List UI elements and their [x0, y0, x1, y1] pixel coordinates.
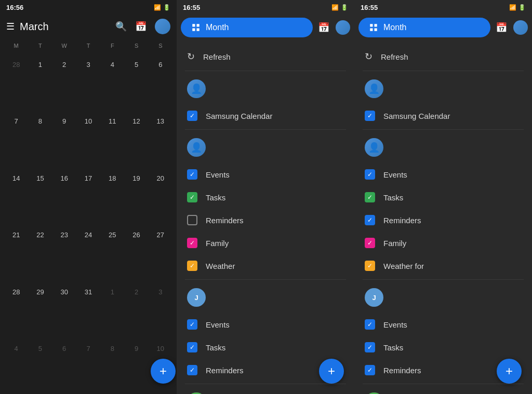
cal-day-10-next[interactable]: 10: [157, 337, 164, 360]
j-events-checkbox-2[interactable]: ✓: [365, 319, 375, 330]
j-events-label-1: Events: [206, 320, 230, 329]
family-item-2[interactable]: ✓ Family: [354, 232, 532, 254]
divider-2b: [363, 129, 524, 130]
user-avatar-m1[interactable]: [336, 20, 350, 35]
j-tasks-item-1[interactable]: ✓ Tasks: [177, 336, 354, 359]
cal-day-21[interactable]: 21: [12, 224, 20, 247]
cal-day-2[interactable]: 2: [62, 53, 66, 76]
cal-day-12[interactable]: 12: [132, 110, 140, 133]
j-events-item-2[interactable]: ✓ Events: [354, 313, 532, 336]
j-events-checkbox-1[interactable]: ✓: [187, 319, 197, 330]
hamburger-icon[interactable]: ☰: [6, 21, 15, 32]
refresh-item-1[interactable]: ↻ Refresh: [177, 45, 354, 69]
cal-day-wrapper: 1: [28, 53, 52, 76]
reminders-item-2[interactable]: ✓ Reminders: [354, 209, 532, 232]
weather-item-2[interactable]: ✓ Weather for: [354, 254, 532, 277]
samsung-calendar-item-2[interactable]: ✓ Samsung Calendar: [354, 104, 532, 127]
divider-1b: [185, 129, 346, 130]
j-events-item-1[interactable]: ✓ Events: [177, 313, 354, 336]
j-tasks-checkbox-2[interactable]: ✓: [365, 342, 375, 352]
events-item-2[interactable]: ✓ Events: [354, 163, 532, 186]
calendar-icon-m1[interactable]: 📅: [318, 22, 329, 33]
tasks-item-2[interactable]: ✓ Tasks: [354, 186, 532, 209]
user-avatar[interactable]: [155, 19, 170, 34]
cal-day-20[interactable]: 20: [157, 167, 164, 189]
events-checkbox-2[interactable]: ✓: [365, 169, 375, 180]
cal-day-5-next[interactable]: 5: [38, 337, 42, 360]
events-checkbox-1[interactable]: ✓: [187, 169, 197, 180]
cal-day-23[interactable]: 23: [60, 224, 68, 247]
month-view-button-1[interactable]: Month: [181, 18, 313, 37]
weather-item-1[interactable]: ✓ Weather: [177, 254, 354, 277]
cal-day-3-next[interactable]: 3: [158, 280, 162, 303]
reminders-item-1[interactable]: Reminders: [177, 209, 354, 232]
cal-day-22[interactable]: 22: [36, 224, 44, 247]
cal-day-17[interactable]: 17: [85, 167, 92, 189]
reminders-checkbox-2[interactable]: ✓: [365, 215, 375, 225]
calendar-icon-m2[interactable]: 📅: [496, 22, 507, 33]
tasks-item-1[interactable]: ✓ Tasks: [177, 186, 354, 209]
user-avatar-m2[interactable]: [513, 20, 528, 35]
cal-day-8-next[interactable]: 8: [111, 337, 114, 360]
cal-day-wrapper: 2: [52, 53, 76, 76]
search-icon[interactable]: 🔍: [115, 21, 127, 32]
cal-day-9[interactable]: 9: [62, 110, 66, 133]
month-view-button-2[interactable]: Month: [358, 18, 490, 37]
menu-header-1: Month 📅: [177, 15, 354, 40]
j-reminders-checkbox-2[interactable]: ✓: [365, 365, 375, 375]
refresh-item-2[interactable]: ↻ Refresh: [354, 45, 532, 69]
tasks-checkbox-1[interactable]: ✓: [187, 192, 197, 202]
j-reminders-checkbox-1[interactable]: ✓: [187, 365, 197, 375]
j-reminders-item-1[interactable]: ✓ Reminders: [177, 359, 354, 382]
cal-day-24[interactable]: 24: [85, 224, 92, 247]
cal-day-8[interactable]: 8: [38, 110, 42, 133]
cal-day-15[interactable]: 15: [36, 167, 44, 189]
cal-day-2-next[interactable]: 2: [135, 280, 138, 303]
j-tasks-checkbox-1[interactable]: ✓: [187, 342, 197, 352]
j-reminders-item-2[interactable]: ✓ Reminders: [354, 359, 532, 382]
cal-day-19[interactable]: 19: [132, 167, 140, 189]
cal-day-5[interactable]: 5: [135, 53, 138, 76]
cal-day-13[interactable]: 13: [157, 110, 164, 133]
cal-day-14[interactable]: 14: [12, 167, 20, 189]
cal-day-6-next[interactable]: 6: [62, 337, 66, 360]
battery-icon-m2: 🔋: [518, 4, 526, 11]
samsung-checkbox-2[interactable]: ✓: [365, 111, 375, 121]
tasks-checkbox-2[interactable]: ✓: [365, 192, 375, 202]
cal-day-10[interactable]: 10: [85, 110, 92, 133]
cal-day-1-next[interactable]: 1: [111, 280, 114, 303]
cal-day-1[interactable]: 1: [38, 53, 42, 76]
samsung-calendar-item-1[interactable]: ✓ Samsung Calendar: [177, 104, 354, 127]
weather-checkbox-1[interactable]: ✓: [187, 261, 197, 271]
cal-day-7[interactable]: 7: [15, 110, 18, 133]
cal-day-3[interactable]: 3: [86, 53, 90, 76]
weather-checkbox-2[interactable]: ✓: [365, 261, 375, 271]
cal-day-4[interactable]: 4: [111, 53, 114, 76]
j-tasks-item-2[interactable]: ✓ Tasks: [354, 336, 532, 359]
calendar-grid: 28 1 2 3 4 5 6 7 8 9 10 11 12 13 14 15 1…: [0, 53, 177, 394]
cal-day-30[interactable]: 30: [60, 280, 68, 303]
cal-day-18[interactable]: 18: [109, 167, 116, 189]
cal-day-31[interactable]: 31: [85, 280, 92, 303]
cal-day-7-next[interactable]: 7: [86, 337, 90, 360]
family-checkbox-2[interactable]: ✓: [365, 238, 375, 248]
cal-day-11[interactable]: 11: [109, 110, 116, 133]
cal-day-28-prev[interactable]: 28: [12, 53, 20, 76]
samsung-checkbox-1[interactable]: ✓: [187, 111, 197, 121]
events-item-1[interactable]: ✓ Events: [177, 163, 354, 186]
cal-day-26[interactable]: 26: [132, 224, 140, 247]
cal-day-29[interactable]: 29: [36, 280, 44, 303]
cal-day-27[interactable]: 27: [157, 224, 164, 247]
cal-day-16[interactable]: 16: [60, 167, 68, 189]
cal-day-28[interactable]: 28: [12, 280, 20, 303]
add-event-fab-left[interactable]: +: [151, 359, 176, 384]
wifi-icon: 📶: [154, 4, 161, 11]
family-item-1[interactable]: ✓ Family: [177, 232, 354, 254]
reminders-checkbox-1[interactable]: [187, 215, 197, 225]
calendar-view-icon[interactable]: 📅: [135, 21, 147, 32]
cal-day-6[interactable]: 6: [158, 53, 162, 76]
cal-day-9-next[interactable]: 9: [135, 337, 138, 360]
cal-day-25[interactable]: 25: [109, 224, 116, 247]
family-checkbox-1[interactable]: ✓: [187, 238, 197, 248]
cal-day-4-next[interactable]: 4: [15, 337, 18, 360]
